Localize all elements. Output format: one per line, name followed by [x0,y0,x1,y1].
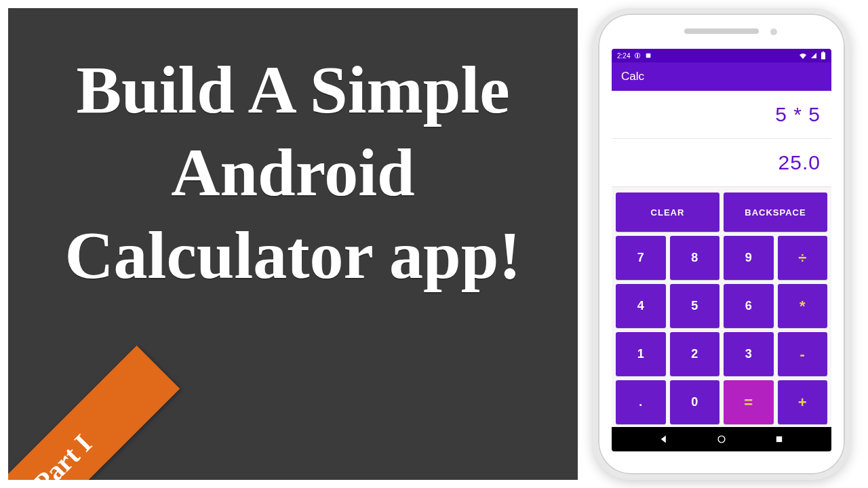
phone-camera [770,28,777,35]
android-navbar [612,427,831,451]
ribbon-label: Part I [27,428,98,480]
app-title: Calc [621,70,644,83]
status-bar: 2:24 [612,49,831,62]
svg-point-5 [718,436,725,443]
key-add[interactable]: + [778,380,828,424]
expression-display: 5 * 5 [612,91,831,139]
headline: Build A Simple Android Calculator app! [8,49,578,297]
svg-rect-4 [823,52,824,52]
nav-back-button[interactable] [658,433,670,445]
key-subtract[interactable]: - [778,332,828,376]
phone-screen: 2:24 [612,49,831,451]
status-debug-icon [634,52,641,59]
key-7[interactable]: 7 [616,236,666,280]
svg-rect-2 [646,54,651,58]
key-3[interactable]: 3 [724,332,774,376]
key-6[interactable]: 6 [724,284,774,328]
headline-line-3: Calculator app! [8,214,578,297]
nav-home-button[interactable] [715,433,728,445]
clear-button[interactable]: CLEAR [616,192,719,232]
part-ribbon: Part I [8,346,180,480]
status-time: 2:24 [617,52,630,60]
key-2[interactable]: 2 [670,332,720,376]
headline-line-1: Build A Simple [8,49,578,131]
svg-rect-6 [776,436,782,442]
battery-icon [821,52,826,60]
key-dot[interactable]: . [616,380,666,424]
status-right [799,52,826,60]
key-9[interactable]: 9 [724,236,774,280]
app-bar: Calc [612,62,831,91]
key-1[interactable]: 1 [616,332,666,376]
headline-line-2: Android [8,131,578,214]
key-equals[interactable]: = [724,380,774,424]
key-divide[interactable]: ÷ [778,236,828,280]
key-4[interactable]: 4 [616,284,666,328]
title-panel: Build A Simple Android Calculator app! P… [8,8,578,480]
backspace-button[interactable]: BACKSPACE [724,192,827,232]
key-8[interactable]: 8 [670,236,720,280]
key-multiply[interactable]: * [778,284,828,328]
key-0[interactable]: 0 [670,380,720,424]
phone-earpiece [684,28,759,34]
display-area: 5 * 5 25.0 [612,91,831,187]
signal-icon [810,52,817,59]
thumbnail-stage: Build A Simple Android Calculator app! P… [0,0,868,488]
result-display: 25.0 [612,139,831,187]
nav-recents-button[interactable] [773,433,785,445]
phone-frame: 2:24 [593,8,850,480]
wifi-icon [799,52,807,59]
status-left: 2:24 [617,52,652,60]
keypad: CLEAR BACKSPACE 7 8 9 ÷ 4 5 6 * 1 2 [612,187,831,427]
key-5[interactable]: 5 [670,284,720,328]
status-notif-icon [645,52,652,59]
svg-rect-3 [821,52,825,59]
svg-rect-1 [637,54,639,58]
